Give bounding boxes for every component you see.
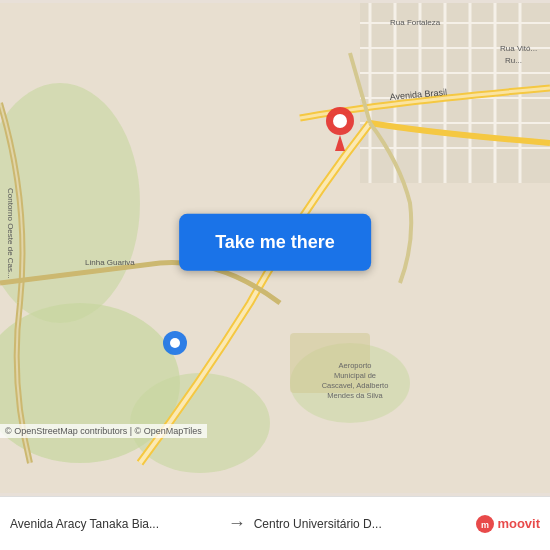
- footer-destination: Centro Universitário D...: [254, 517, 464, 531]
- map-attribution: © OpenStreetMap contributors | © OpenMap…: [0, 424, 207, 438]
- svg-text:Rua Vitó...: Rua Vitó...: [500, 44, 537, 53]
- app: Avenida Brasil Contorno Oeste de Cas... …: [0, 0, 550, 550]
- svg-text:Linha Guariva: Linha Guariva: [85, 258, 135, 267]
- moovit-text: moovit: [497, 516, 540, 531]
- svg-text:Contorno Oeste de Cas...: Contorno Oeste de Cas...: [6, 188, 15, 279]
- svg-text:Aeroporto: Aeroporto: [339, 361, 372, 370]
- svg-text:Ru...: Ru...: [505, 56, 522, 65]
- footer-bar: Avenida Aracy Tanaka Bia... → Centro Uni…: [0, 496, 550, 550]
- moovit-logo-icon: m: [475, 514, 495, 534]
- svg-text:m: m: [481, 520, 489, 530]
- footer-origin: Avenida Aracy Tanaka Bia...: [10, 517, 220, 531]
- svg-text:Cascavel, Adalberto: Cascavel, Adalberto: [322, 381, 389, 390]
- svg-text:Rua Fortaleza: Rua Fortaleza: [390, 18, 441, 27]
- svg-text:Mendes da Silva: Mendes da Silva: [327, 391, 383, 400]
- map-container: Avenida Brasil Contorno Oeste de Cas... …: [0, 0, 550, 496]
- svg-text:Municipal de: Municipal de: [334, 371, 376, 380]
- moovit-logo: m moovit: [475, 514, 540, 534]
- svg-point-31: [333, 114, 347, 128]
- svg-point-33: [170, 338, 180, 348]
- attribution-text: © OpenStreetMap contributors | © OpenMap…: [5, 426, 202, 436]
- svg-point-3: [130, 373, 270, 473]
- footer-arrow-icon: →: [228, 513, 246, 534]
- button-container: Take me there: [179, 214, 371, 271]
- take-me-there-button[interactable]: Take me there: [179, 214, 371, 271]
